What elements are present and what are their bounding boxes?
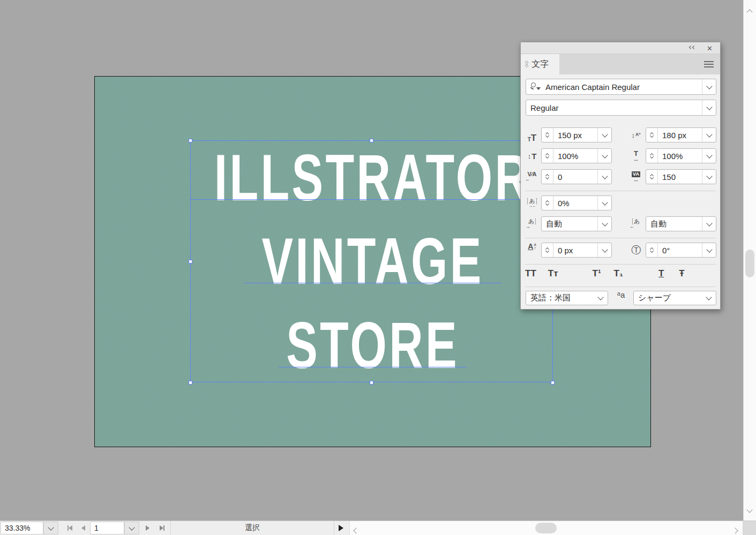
strikethrough-button[interactable]: Ŧ bbox=[679, 268, 684, 279]
horizontal-scale-field[interactable]: 100% bbox=[646, 148, 716, 163]
tsume-value[interactable]: 0% bbox=[553, 199, 597, 208]
character-rotation-dropdown-icon[interactable] bbox=[702, 243, 716, 257]
next-artboard-button[interactable] bbox=[143, 522, 152, 534]
last-artboard-button[interactable] bbox=[155, 522, 168, 534]
panel-cycle-icon[interactable] bbox=[525, 61, 528, 68]
aki-before-field[interactable]: 自動 bbox=[541, 216, 612, 231]
status-display[interactable]: 選択 bbox=[170, 521, 334, 535]
font-family-value[interactable]: American Captain Regular bbox=[541, 82, 702, 92]
character-rotation-stepper[interactable] bbox=[646, 243, 658, 257]
all-caps-button[interactable]: TT bbox=[525, 268, 536, 279]
language-dropdown-icon[interactable] bbox=[594, 291, 608, 305]
selection-handle-top-left[interactable] bbox=[189, 139, 192, 142]
selection-bounding-box[interactable] bbox=[190, 140, 553, 382]
zoom-dropdown-icon[interactable] bbox=[43, 522, 58, 534]
aki-after-field[interactable]: 自動 bbox=[646, 216, 716, 231]
tracking-value[interactable]: 150 bbox=[658, 172, 702, 182]
baseline-shift-dropdown-icon[interactable] bbox=[597, 243, 611, 257]
tsume-field[interactable]: 0% bbox=[541, 195, 612, 210]
vertical-scrollbar[interactable] bbox=[743, 0, 756, 521]
anti-aliasing-value[interactable]: シャープ bbox=[634, 293, 702, 303]
vertical-scale-value[interactable]: 100% bbox=[553, 152, 597, 161]
baseline-shift-value[interactable]: 0 px bbox=[553, 246, 597, 255]
leading-stepper[interactable] bbox=[646, 128, 658, 142]
character-rotation-field[interactable]: 0° bbox=[646, 243, 716, 258]
previous-artboard-button[interactable] bbox=[78, 522, 88, 534]
scroll-left-icon[interactable] bbox=[354, 526, 358, 534]
character-rotation-value[interactable]: 0° bbox=[658, 246, 702, 255]
font-size-field[interactable]: 150 px bbox=[541, 127, 612, 142]
horizontal-scale-dropdown-icon[interactable] bbox=[702, 149, 716, 163]
font-family-field[interactable]: American Captain Regular bbox=[526, 79, 716, 95]
anti-aliasing-dropdown-icon[interactable] bbox=[702, 291, 716, 305]
collapse-panel-icon[interactable] bbox=[690, 46, 695, 49]
zoom-level-field[interactable]: 33.33% bbox=[1, 522, 43, 534]
scroll-up-icon[interactable] bbox=[747, 5, 752, 15]
selection-handle-bottom-right[interactable] bbox=[551, 381, 555, 385]
tracking-stepper[interactable] bbox=[646, 170, 658, 184]
leading-dropdown-icon[interactable] bbox=[702, 128, 716, 142]
tab-character[interactable]: 文字 bbox=[521, 54, 559, 74]
tsume-icon bbox=[524, 195, 540, 210]
vertical-scale-dropdown-icon[interactable] bbox=[597, 149, 611, 163]
vertical-scrollbar-thumb[interactable] bbox=[745, 250, 754, 277]
aki-after-value[interactable]: 自動 bbox=[646, 219, 702, 229]
first-artboard-button[interactable] bbox=[63, 522, 76, 534]
baseline-shift-stepper[interactable] bbox=[542, 243, 553, 257]
anti-aliasing-field[interactable]: シャープ bbox=[633, 291, 716, 305]
baseline-shift-field[interactable]: 0 px bbox=[541, 243, 612, 258]
aki-before-dropdown-icon[interactable] bbox=[597, 217, 611, 231]
aki-before-value[interactable]: 自動 bbox=[542, 219, 597, 229]
horizontal-scrollbar[interactable] bbox=[349, 521, 743, 535]
artboard-number-field[interactable]: 1 bbox=[90, 522, 124, 534]
aki-after-dropdown-icon[interactable] bbox=[702, 217, 716, 231]
panel-tab-strip: 文字 bbox=[521, 54, 720, 74]
font-size-stepper[interactable] bbox=[542, 128, 553, 142]
font-style-dropdown-icon[interactable] bbox=[702, 100, 716, 115]
horizontal-scale-value[interactable]: 100% bbox=[658, 152, 702, 161]
panel-titlebar[interactable] bbox=[521, 42, 720, 54]
selection-handle-mid-left[interactable] bbox=[189, 260, 192, 263]
vertical-scale-stepper[interactable] bbox=[542, 149, 553, 163]
leading-field[interactable]: 180 px bbox=[646, 127, 716, 142]
panel-menu-icon[interactable] bbox=[704, 61, 714, 67]
font-family-dropdown-icon[interactable] bbox=[702, 79, 716, 94]
language-value[interactable]: 英語：米国 bbox=[526, 293, 594, 303]
subscript-button[interactable]: T₁ bbox=[614, 268, 623, 279]
font-size-icon bbox=[524, 127, 540, 142]
font-search-icon[interactable] bbox=[529, 81, 541, 92]
tracking-dropdown-icon[interactable] bbox=[702, 170, 716, 184]
scroll-right-icon[interactable] bbox=[733, 526, 737, 534]
scroll-down-icon[interactable] bbox=[747, 504, 752, 514]
close-panel-icon[interactable] bbox=[707, 44, 713, 52]
font-style-value[interactable]: Regular bbox=[526, 103, 702, 112]
horizontal-scrollbar-thumb[interactable] bbox=[535, 523, 557, 533]
kerning-dropdown-icon[interactable] bbox=[597, 170, 611, 184]
kerning-field[interactable]: 0 bbox=[541, 169, 612, 184]
scrollbar-corner bbox=[743, 521, 756, 535]
horizontal-scale-icon bbox=[628, 148, 644, 163]
horizontal-scale-stepper[interactable] bbox=[646, 149, 658, 163]
status-text: 選択 bbox=[245, 523, 260, 533]
font-size-dropdown-icon[interactable] bbox=[597, 128, 611, 142]
kerning-value[interactable]: 0 bbox=[553, 172, 597, 182]
selection-handle-bottom-center[interactable] bbox=[370, 381, 373, 385]
small-caps-button[interactable]: Tᴛ bbox=[548, 268, 558, 279]
underline-button[interactable]: T bbox=[658, 268, 664, 279]
font-style-field[interactable]: Regular bbox=[526, 100, 716, 116]
text-baseline-1 bbox=[191, 199, 547, 200]
leading-value[interactable]: 180 px bbox=[658, 131, 702, 140]
vertical-scale-field[interactable]: 100% bbox=[541, 148, 612, 163]
selection-handle-top-center[interactable] bbox=[370, 139, 373, 142]
artboard-dropdown-icon[interactable] bbox=[124, 522, 139, 534]
font-size-value[interactable]: 150 px bbox=[553, 131, 597, 140]
text-baseline-3 bbox=[279, 367, 467, 367]
tracking-field[interactable]: 150 bbox=[646, 169, 716, 184]
kerning-stepper[interactable] bbox=[542, 170, 553, 184]
tsume-stepper[interactable] bbox=[542, 196, 553, 210]
language-field[interactable]: 英語：米国 bbox=[526, 291, 608, 305]
tsume-dropdown-icon[interactable] bbox=[597, 196, 611, 210]
selection-handle-bottom-left[interactable] bbox=[189, 381, 192, 385]
status-options-icon[interactable] bbox=[336, 522, 345, 534]
superscript-button[interactable]: T¹ bbox=[593, 268, 601, 279]
